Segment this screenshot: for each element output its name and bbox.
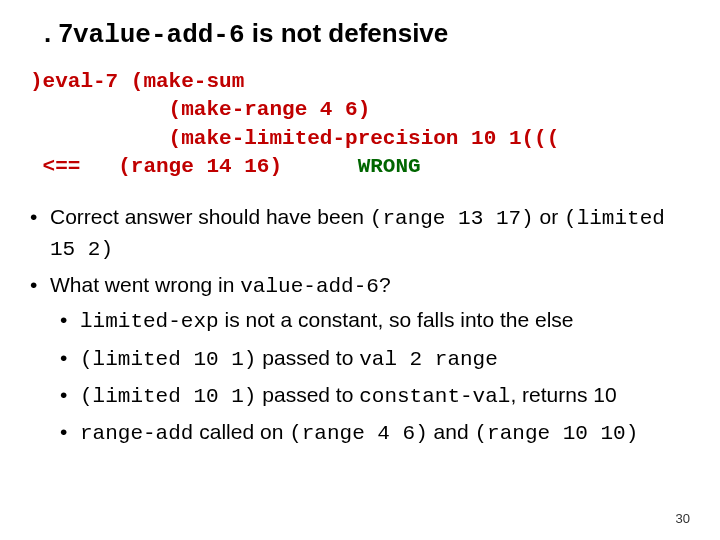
sub2-code-2: val 2 range: [359, 348, 498, 371]
code-line-1: )eval-7 (make-sum: [30, 70, 244, 93]
sub4-code-1: range-add: [80, 422, 193, 445]
sub1-code: limited-exp: [80, 310, 219, 333]
bullet-1-code-1: (range 13 17): [370, 207, 534, 230]
code-block: )eval-7 (make-sum (make-range 4 6) (make…: [30, 68, 696, 181]
code-wrong-label: WRONG: [358, 155, 421, 178]
bullet-2: What went wrong in value-add-6? limited-…: [30, 271, 696, 449]
bullet-1: Correct answer should have been (range 1…: [30, 203, 696, 264]
sub3-code-2: constant-val: [359, 385, 510, 408]
sub4-code-2: (range 4 6): [289, 422, 428, 445]
sub3-text-a: passed to: [256, 383, 359, 406]
sub4-text-a: called on: [193, 420, 289, 443]
title-rest: is not defensive: [245, 18, 449, 48]
title-prefix: . 7: [44, 18, 73, 48]
code-line-3: (make-limited-precision 10 1(((: [30, 127, 559, 150]
sub4-text-b: and: [428, 420, 475, 443]
code-line-4a: <== (range 14 16): [30, 155, 358, 178]
bullet-2-text-a: What went wrong in: [50, 273, 240, 296]
page-number: 30: [676, 511, 690, 526]
sub4-code-3: (range 10 10): [475, 422, 639, 445]
title-code: value-add-6: [73, 20, 245, 50]
sub3-code-1: (limited 10 1): [80, 385, 256, 408]
subbullet-3: (limited 10 1) passed to constant-val, r…: [60, 381, 696, 411]
bullet-2-text-b: ?: [379, 273, 391, 296]
sub1-text: is not a constant, so falls into the els…: [219, 308, 574, 331]
sub2-code-1: (limited 10 1): [80, 348, 256, 371]
subbullet-4: range-add called on (range 4 6) and (ran…: [60, 418, 696, 448]
sub3-text-b: , returns 10: [510, 383, 616, 406]
bullet-1-text-a: Correct answer should have been: [50, 205, 370, 228]
subbullet-1: limited-exp is not a constant, so falls …: [60, 306, 696, 336]
content-area: Correct answer should have been (range 1…: [24, 203, 696, 448]
bullet-2-code: value-add-6: [240, 275, 379, 298]
bullet-1-text-b: or: [534, 205, 564, 228]
code-line-2: (make-range 4 6): [30, 98, 370, 121]
sub2-text: passed to: [256, 346, 359, 369]
slide-title: . 7value-add-6 is not defensive: [44, 18, 696, 50]
subbullet-2: (limited 10 1) passed to val 2 range: [60, 344, 696, 374]
